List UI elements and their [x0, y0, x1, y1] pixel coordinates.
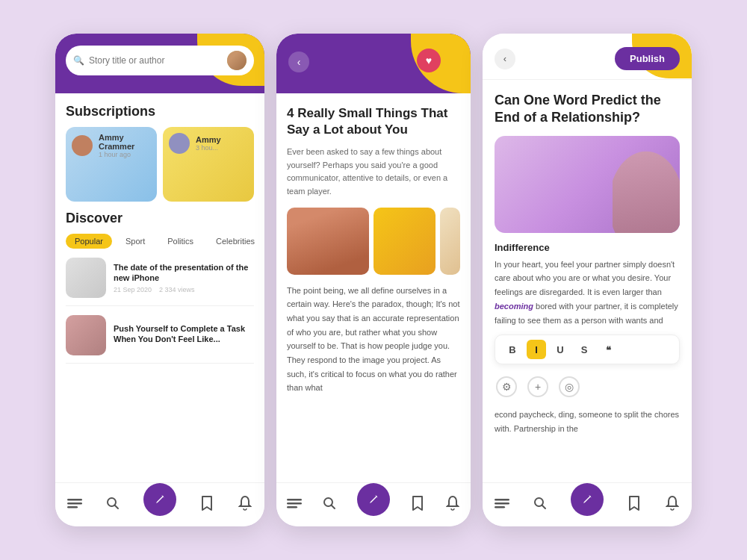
insert-gear-icon[interactable]: ⚙: [496, 376, 517, 397]
tab-celebrities[interactable]: Celebrities: [207, 234, 264, 249]
article-image-building: [287, 208, 369, 275]
phone3-article-title: Can One Word Predict the End of a Relati…: [495, 92, 680, 127]
phone3-body-paragraph-1: In your heart, you feel your partner sim…: [495, 258, 680, 327]
author-avatar-2: [169, 133, 190, 154]
author-name-2: Ammy: [196, 135, 248, 144]
nav2-search-button[interactable]: [321, 495, 338, 511]
svg-rect-1: [67, 503, 82, 505]
article-image-row: [287, 208, 460, 275]
nav3-create-button[interactable]: [571, 483, 604, 516]
author-info-2: Ammy 3 hou...: [196, 135, 248, 152]
sub-card-1[interactable]: Ammy Crammer 1 hour ago: [66, 127, 157, 202]
author-avatar-1: [72, 135, 93, 156]
phone2-back-button[interactable]: ‹: [288, 52, 309, 72]
phone2-like-button[interactable]: ♥: [417, 49, 441, 72]
phone1-body: Subscriptions Ammy Crammer 1 hour ago: [55, 93, 264, 383]
svg-rect-11: [495, 503, 509, 505]
nav2-create-button[interactable]: [357, 483, 390, 516]
insert-location-icon[interactable]: ◎: [559, 376, 580, 397]
toolbar-underline-button[interactable]: U: [551, 340, 570, 359]
svg-rect-7: [287, 506, 297, 508]
tab-popular[interactable]: Popular: [66, 234, 112, 249]
article-title-1: The date of the presentation of the new …: [114, 262, 254, 284]
article-stats-1: 21 Sep 2020 2 334 views: [114, 286, 254, 293]
avatar-image: [227, 51, 247, 70]
svg-line-9: [332, 505, 335, 509]
avatar[interactable]: [227, 51, 247, 70]
bottom-nav-2: [276, 482, 471, 526]
nav-create-button[interactable]: [143, 483, 176, 516]
subscriptions-cards: Ammy Crammer 1 hour ago Ammy 3 hou...: [66, 127, 254, 202]
svg-rect-6: [287, 503, 302, 505]
phone1-header: 🔍: [55, 34, 264, 93]
search-bar[interactable]: 🔍: [66, 46, 254, 75]
article-thumb-1: [66, 258, 106, 298]
indifference-heading: Indifference: [495, 242, 680, 253]
svg-rect-2: [67, 506, 78, 508]
phone3-back-button[interactable]: ‹: [495, 49, 515, 69]
highlight-becoming: becoming: [495, 302, 533, 311]
phone1-screen: 🔍 Subscriptions Ammy Crammer 1 hour ago: [55, 34, 264, 526]
sub-card-2[interactable]: Ammy 3 hou...: [163, 127, 254, 202]
author-time-1: 1 hour ago: [99, 151, 151, 158]
article-thumb-2: [66, 315, 106, 355]
author-name-1: Ammy Crammer: [99, 133, 151, 151]
nav2-bookmark-button[interactable]: [409, 495, 426, 511]
subscriptions-title: Subscriptions: [66, 104, 254, 119]
insert-plus-icon[interactable]: +: [527, 376, 548, 397]
toolbar-bold-button[interactable]: B: [503, 340, 522, 359]
svg-line-4: [115, 505, 119, 509]
svg-rect-0: [67, 499, 82, 501]
nav2-home-button[interactable]: [286, 495, 303, 511]
nav-bookmark-button[interactable]: [199, 495, 215, 511]
search-icon: 🔍: [73, 55, 84, 66]
article-meta-1: The date of the presentation of the new …: [114, 262, 254, 294]
bottom-nav-3: [483, 482, 692, 526]
search-input[interactable]: [89, 55, 223, 66]
toolbar-strikethrough-button[interactable]: S: [574, 340, 594, 359]
phone2-body-text: The point being, we all define ourselves…: [287, 284, 460, 396]
nav-search-button[interactable]: [105, 495, 121, 511]
discover-tabs: Popular Sport Politics Celebrities: [66, 234, 254, 249]
phone2-screen: ‹ ♥ 4 Really Small Things That Say a Lot…: [276, 34, 471, 526]
publish-button[interactable]: Publish: [615, 47, 680, 70]
phone2-article-title: 4 Really Small Things That Say a Lot abo…: [287, 105, 460, 138]
insert-toolbar: ⚙ + ◎: [495, 372, 680, 402]
nav3-home-button[interactable]: [494, 495, 510, 511]
discover-title: Discover: [66, 211, 254, 226]
author-row-1: Ammy Crammer 1 hour ago: [72, 133, 151, 158]
svg-rect-12: [495, 506, 505, 508]
nav3-bookmark-button[interactable]: [626, 495, 642, 511]
phone3-body-paragraph-2: econd paycheck, ding, someone to split t…: [495, 408, 680, 435]
phone3-body: Can One Word Predict the End of a Relati…: [483, 80, 692, 455]
svg-rect-5: [287, 499, 302, 501]
nav-home-button[interactable]: [66, 495, 83, 511]
phone3-screen: ‹ Publish Can One Word Predict the End o…: [483, 34, 692, 526]
phone3-hero-image: [495, 136, 680, 233]
article-image-flowers: [374, 208, 436, 275]
author-time-2: 3 hou...: [196, 144, 248, 152]
nav3-search-button[interactable]: [532, 495, 548, 511]
article-meta-2: Push Yourself to Complete a Task When Yo…: [114, 323, 254, 348]
discover-section: Discover Popular Sport Politics Celebrit…: [66, 211, 254, 364]
toolbar-quote-button[interactable]: ❝: [598, 340, 618, 359]
author-row-2: Ammy 3 hou...: [169, 133, 248, 154]
phone2-article-excerpt: Ever been asked to say a few things abou…: [287, 146, 460, 198]
article-image-partial: [440, 208, 461, 275]
nav-bell-button[interactable]: [237, 495, 253, 511]
author-info-1: Ammy Crammer 1 hour ago: [99, 133, 151, 158]
toolbar-italic-button[interactable]: I: [527, 340, 546, 359]
tab-sport[interactable]: Sport: [117, 234, 154, 249]
tab-politics[interactable]: Politics: [158, 234, 202, 249]
hero-person-image: [613, 136, 680, 233]
bottom-nav-1: [55, 482, 264, 526]
nav3-bell-button[interactable]: [664, 495, 681, 511]
svg-line-14: [542, 505, 546, 509]
svg-rect-10: [495, 499, 509, 501]
article-row-2[interactable]: Push Yourself to Complete a Task When Yo…: [66, 315, 254, 364]
text-formatting-toolbar: B I U S ❝: [495, 335, 680, 364]
phone2-header: ‹ ♥: [276, 34, 471, 93]
article-title-2: Push Yourself to Complete a Task When Yo…: [114, 323, 254, 345]
nav2-bell-button[interactable]: [444, 495, 461, 511]
article-row-1[interactable]: The date of the presentation of the new …: [66, 258, 254, 306]
